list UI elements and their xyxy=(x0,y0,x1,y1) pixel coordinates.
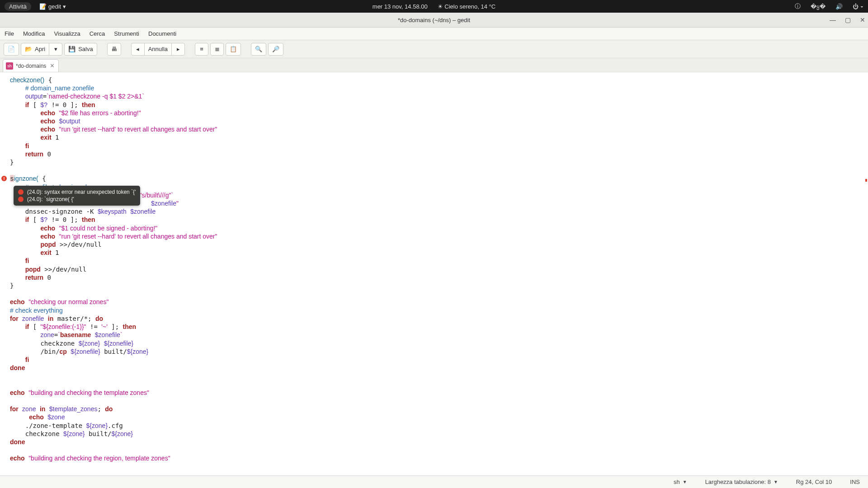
menu-item-strumenti[interactable]: Strumenti xyxy=(109,30,144,37)
error-message: (24.0): `signzone( {' xyxy=(27,196,74,202)
indent-left-button[interactable]: ≡ xyxy=(195,43,208,56)
editor-area: ! checkzone() { # domain_name zonefile o… xyxy=(0,72,868,475)
activities-button[interactable]: Attività xyxy=(5,2,31,11)
error-message: (24.0): syntax error near unexpected tok… xyxy=(27,189,136,195)
document-type-icon: sh xyxy=(6,62,13,70)
menu-item-file[interactable]: File xyxy=(0,30,19,37)
tab-width-label: Larghezza tabulazione: 8 xyxy=(705,479,771,485)
open-recent-dropdown[interactable]: ▾ xyxy=(49,43,62,56)
print-button[interactable]: 🖶 xyxy=(107,43,121,56)
language-selector[interactable]: sh▼ xyxy=(674,479,687,485)
new-file-icon: 📄 xyxy=(8,46,15,52)
editor-gutter: ! xyxy=(0,72,8,475)
window-titlebar: *do-domains (~/dns) – gedit — ▢ ✕ xyxy=(0,13,868,28)
accessibility-icon[interactable]: ⓘ xyxy=(795,2,801,10)
gedit-icon: 📝 xyxy=(39,3,47,10)
volume-icon[interactable]: 🔊 xyxy=(835,3,843,10)
new-document-button[interactable]: 📄 xyxy=(4,43,19,56)
document-tabs: sh *do-domains ✕ xyxy=(0,58,868,72)
chevron-down-icon: ▼ xyxy=(774,479,778,484)
gnome-top-bar: Attività 📝 gedit ▾ mer 13 nov, 14.58.00 … xyxy=(0,0,868,13)
find-replace-button[interactable]: 🔎 xyxy=(268,43,283,56)
insert-mode[interactable]: INS xyxy=(850,479,860,485)
menu-item-visualizza[interactable]: Visualizza xyxy=(49,30,85,37)
language-label: sh xyxy=(674,479,680,485)
tab-close-button[interactable]: ✕ xyxy=(49,62,56,69)
weather-text: Cielo sereno, 14 °C xyxy=(444,3,495,10)
chevron-down-icon: ▼ xyxy=(683,479,687,484)
status-bar: sh▼ Larghezza tabulazione: 8▼ Rg 24, Col… xyxy=(0,475,868,488)
window-title: *do-domains (~/dns) – gedit xyxy=(398,17,470,23)
open-icon: 📂 xyxy=(25,46,32,52)
document-tab[interactable]: sh *do-domains ✕ xyxy=(3,59,59,72)
search-icon: 🔍 xyxy=(255,46,262,52)
clock-label[interactable]: mer 13 nov, 14.58.00 xyxy=(373,3,428,10)
redo-button[interactable]: ▸ xyxy=(171,43,185,56)
power-icon[interactable]: ⏻ ▾ xyxy=(853,3,863,10)
menu-item-modifica[interactable]: Modifica xyxy=(19,30,49,37)
document-tab-label: *do-domains xyxy=(16,63,46,69)
window-maximize-button[interactable]: ▢ xyxy=(845,17,851,23)
save-icon: 💾 xyxy=(68,46,75,52)
save-button[interactable]: 💾 Salva xyxy=(64,43,97,56)
undo-button[interactable]: Annulla xyxy=(144,43,172,56)
error-dot-icon xyxy=(18,189,24,195)
undo-prev-button[interactable]: ◂ xyxy=(131,43,145,56)
error-marker[interactable]: ! xyxy=(1,176,7,181)
toolbar: 📄 📂 Apri ▾ 💾 Salva 🖶 ◂ Annulla ▸ ≡ ≣ 📋 🔍… xyxy=(0,40,868,58)
error-dot-icon xyxy=(18,197,24,202)
app-menu-label: gedit ▾ xyxy=(48,3,66,10)
code-editor[interactable]: checkzone() { # domain_name zonefile out… xyxy=(8,72,868,475)
menu-bar: FileModificaVisualizzaCercaStrumentiDocu… xyxy=(0,28,868,40)
menu-item-cerca[interactable]: Cerca xyxy=(85,30,110,37)
print-icon: 🖶 xyxy=(111,46,117,52)
save-label: Salva xyxy=(78,46,93,52)
tab-width-selector[interactable]: Larghezza tabulazione: 8▼ xyxy=(705,479,778,485)
window-minimize-button[interactable]: — xyxy=(830,17,836,23)
find-button[interactable]: 🔍 xyxy=(251,43,266,56)
menu-item-documenti[interactable]: Documenti xyxy=(144,30,181,37)
weather-icon: ☀ xyxy=(438,3,443,10)
weather-label[interactable]: ☀ Cielo sereno, 14 °C xyxy=(438,3,496,10)
cursor-position: Rg 24, Col 10 xyxy=(796,479,832,485)
search-replace-icon: 🔎 xyxy=(272,46,279,52)
error-tooltip: (24.0): syntax error near unexpected tok… xyxy=(14,186,140,206)
indent-right-button[interactable]: ≣ xyxy=(210,43,224,56)
scrollbar-minimap[interactable] xyxy=(865,72,867,475)
open-label: Apri xyxy=(35,46,45,52)
paste-button[interactable]: 📋 xyxy=(226,43,241,56)
app-menu[interactable]: 📝 gedit ▾ xyxy=(39,3,66,10)
window-close-button[interactable]: ✕ xyxy=(860,17,865,23)
open-button[interactable]: 📂 Apri xyxy=(21,43,49,56)
network-icon[interactable]: �ყ� xyxy=(811,3,826,10)
